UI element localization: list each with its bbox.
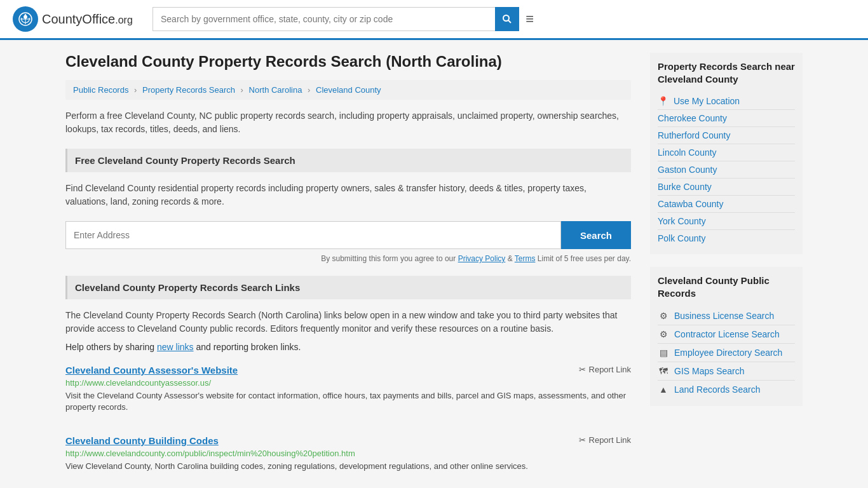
- land-icon: ▲: [658, 384, 669, 395]
- sidebar-link-polk[interactable]: Polk County: [658, 230, 795, 247]
- public-record-item: ⚙ Contractor License Search: [658, 325, 795, 344]
- sidebar-use-location[interactable]: 📍 Use My Location: [658, 93, 795, 110]
- gear-icon: ⚙: [658, 311, 669, 321]
- header-search-input[interactable]: [153, 7, 495, 31]
- search-icon: [502, 14, 512, 24]
- record-link-header: Cleveland County Assessor's Website ✂ Re…: [65, 365, 631, 376]
- page-title: Cleveland County Property Records Search…: [65, 53, 631, 71]
- search-button[interactable]: Search: [561, 221, 631, 249]
- logo-area: CountyOffice.org: [13, 6, 140, 32]
- report-link-button[interactable]: ✂ Report Link: [579, 435, 631, 445]
- sidebar-link-rutherford[interactable]: Rutherford County: [658, 127, 795, 144]
- logo-text: CountyOffice.org: [42, 12, 133, 27]
- svg-point-3: [503, 15, 509, 21]
- public-records-section: Cleveland County Public Records ⚙ Busine…: [650, 267, 803, 406]
- sidebar-link-catawba[interactable]: Catawba County: [658, 196, 795, 213]
- terms-link[interactable]: Terms: [515, 254, 536, 263]
- nearby-counties-section: Property Records Search near Cleveland C…: [650, 53, 803, 254]
- employee-directory-search-link[interactable]: Employee Directory Search: [674, 348, 782, 358]
- land-records-search-link[interactable]: Land Records Search: [674, 384, 760, 395]
- sidebar-link-burke[interactable]: Burke County: [658, 179, 795, 196]
- breadcrumb-link-cleveland-county[interactable]: Cleveland County: [316, 85, 381, 95]
- search-form-row: Search: [65, 221, 631, 249]
- record-link-header: Cleveland County Building Codes ✂ Report…: [65, 435, 631, 446]
- nearby-section-title: Property Records Search near Cleveland C…: [658, 60, 795, 85]
- links-section-header: Cleveland County Property Records Search…: [65, 276, 631, 299]
- new-links-line: Help others by sharing new links and rep…: [65, 342, 631, 352]
- location-pin-icon: 📍: [658, 96, 668, 106]
- record-link-title[interactable]: Cleveland County Assessor's Website: [65, 365, 238, 376]
- gis-maps-search-link[interactable]: GIS Maps Search: [674, 366, 745, 376]
- map-icon: 🗺: [658, 366, 669, 376]
- sidebar-link-cherokee[interactable]: Cherokee County: [658, 110, 795, 127]
- site-header: CountyOffice.org ≡: [0, 0, 868, 40]
- report-link-button[interactable]: ✂ Report Link: [579, 365, 631, 374]
- sidebar-link-york[interactable]: York County: [658, 213, 795, 230]
- free-search-header: Free Cleveland County Property Records S…: [65, 149, 631, 172]
- sidebar: Property Records Search near Cleveland C…: [650, 53, 803, 488]
- content-area: Cleveland County Property Records Search…: [65, 53, 631, 488]
- public-record-item: 🗺 GIS Maps Search: [658, 362, 795, 381]
- contractor-license-search-link[interactable]: Contractor License Search: [674, 329, 780, 339]
- record-link-url: http://www.clevelandcountyassessor.us/: [65, 378, 631, 388]
- record-link-description: View Cleveland County, North Carolina bu…: [65, 461, 631, 472]
- page-description: Perform a free Cleveland County, NC publ…: [65, 109, 631, 136]
- breadcrumb-link-property-records[interactable]: Property Records Search: [142, 85, 235, 95]
- sidebar-link-lincoln[interactable]: Lincoln County: [658, 144, 795, 161]
- gear-icon: ⚙: [658, 329, 669, 339]
- property-search-form: Search By submitting this form you agree…: [65, 221, 631, 263]
- breadcrumb-link-public-records[interactable]: Public Records: [73, 85, 128, 95]
- record-link-item: Cleveland County Building Codes ✂ Report…: [65, 435, 631, 482]
- public-record-item: ▲ Land Records Search: [658, 381, 795, 398]
- public-record-item: ⚙ Business License Search: [658, 307, 795, 325]
- links-section-description: The Cleveland County Property Records Se…: [65, 309, 631, 336]
- directory-icon: ▤: [658, 348, 669, 358]
- record-link-title[interactable]: Cleveland County Building Codes: [65, 435, 219, 446]
- svg-line-4: [508, 20, 511, 23]
- new-links-link[interactable]: new links: [157, 342, 194, 352]
- breadcrumb: Public Records › Property Records Search…: [65, 80, 631, 100]
- main-container: Cleveland County Property Records Search…: [53, 40, 815, 488]
- record-link-description: Visit the Cleveland County Assessor's we…: [65, 390, 631, 413]
- sidebar-link-gaston[interactable]: Gaston County: [658, 161, 795, 179]
- breadcrumb-link-north-carolina[interactable]: North Carolina: [249, 85, 302, 95]
- logo-icon: [13, 6, 38, 32]
- hamburger-menu-button[interactable]: ≡: [526, 11, 534, 27]
- free-search-description: Find Cleveland County residential proper…: [65, 182, 631, 208]
- record-link-url: http://www.clevelandcounty.com/public/in…: [65, 449, 631, 458]
- form-disclaimer: By submitting this form you agree to our…: [65, 254, 631, 263]
- public-records-title: Cleveland County Public Records: [658, 274, 795, 299]
- public-record-item: ▤ Employee Directory Search: [658, 344, 795, 362]
- header-search-container: ≡: [153, 7, 534, 31]
- record-link-item: Cleveland County Assessor's Website ✂ Re…: [65, 365, 631, 423]
- header-search-button[interactable]: [495, 7, 519, 31]
- address-input[interactable]: [65, 221, 561, 249]
- privacy-policy-link[interactable]: Privacy Policy: [458, 254, 506, 263]
- business-license-search-link[interactable]: Business License Search: [674, 311, 774, 321]
